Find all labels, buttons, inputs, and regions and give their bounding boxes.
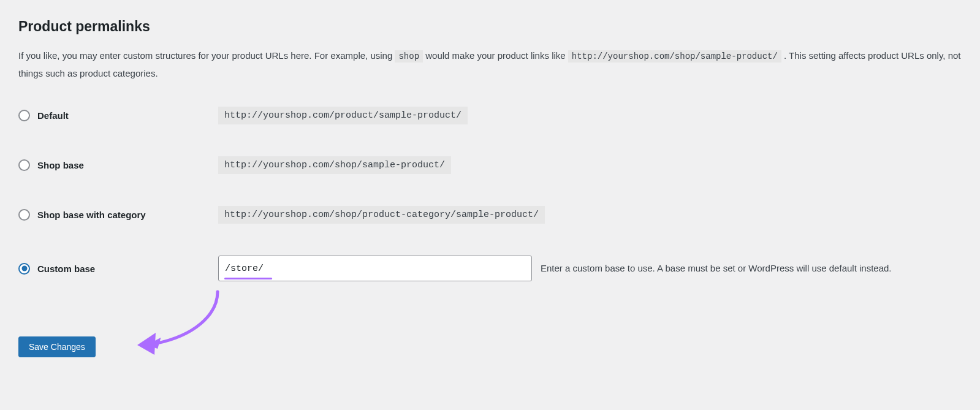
option-shop-base: Shop base http://yourshop.com/shop/sampl… (18, 156, 962, 174)
example-default: http://yourshop.com/product/sample-produ… (218, 107, 468, 124)
permalink-description: If you like, you may enter custom struct… (18, 47, 962, 82)
custom-base-input[interactable] (218, 256, 532, 281)
example-shop-base-category: http://yourshop.com/shop/product-categor… (218, 206, 545, 224)
radio-custom-base[interactable] (18, 263, 30, 275)
radio-shop-base-category-label: Shop base with category (37, 210, 146, 220)
desc-text: would make your product links like (425, 50, 568, 61)
radio-shop-base-category[interactable] (18, 209, 30, 221)
radio-default-label: Default (37, 110, 69, 121)
desc-code-url: http://yourshop.com/shop/sample-product/ (568, 50, 781, 63)
custom-base-cell: Enter a custom base to use. A base must … (218, 256, 962, 281)
example-shop-base: http://yourshop.com/shop/sample-product/ (218, 156, 451, 174)
radio-shop-base-wrap[interactable]: Shop base (18, 159, 218, 171)
option-custom-base: Custom base Enter a custom base to use. … (18, 256, 962, 281)
save-changes-button[interactable]: Save Changes (18, 336, 96, 357)
annotation-arrow-icon (129, 289, 227, 356)
option-shop-base-category: Shop base with category http://yourshop.… (18, 206, 962, 224)
radio-default[interactable] (18, 110, 30, 121)
desc-text: If you like, you may enter custom struct… (18, 50, 395, 61)
radio-shop-base-category-wrap[interactable]: Shop base with category (18, 209, 218, 221)
radio-shop-base-label: Shop base (37, 160, 84, 170)
desc-code-shop: shop (395, 50, 423, 63)
radio-custom-base-wrap[interactable]: Custom base (18, 263, 218, 275)
permalink-options: Default http://yourshop.com/product/samp… (18, 107, 962, 281)
radio-default-wrap[interactable]: Default (18, 110, 218, 121)
section-title: Product permalinks (18, 18, 962, 35)
option-default: Default http://yourshop.com/product/samp… (18, 107, 962, 124)
radio-custom-base-label: Custom base (37, 264, 95, 274)
save-row: Save Changes (18, 336, 962, 357)
custom-base-helper: Enter a custom base to use. A base must … (541, 260, 962, 276)
radio-shop-base[interactable] (18, 159, 30, 171)
custom-base-input-wrap (218, 256, 532, 281)
